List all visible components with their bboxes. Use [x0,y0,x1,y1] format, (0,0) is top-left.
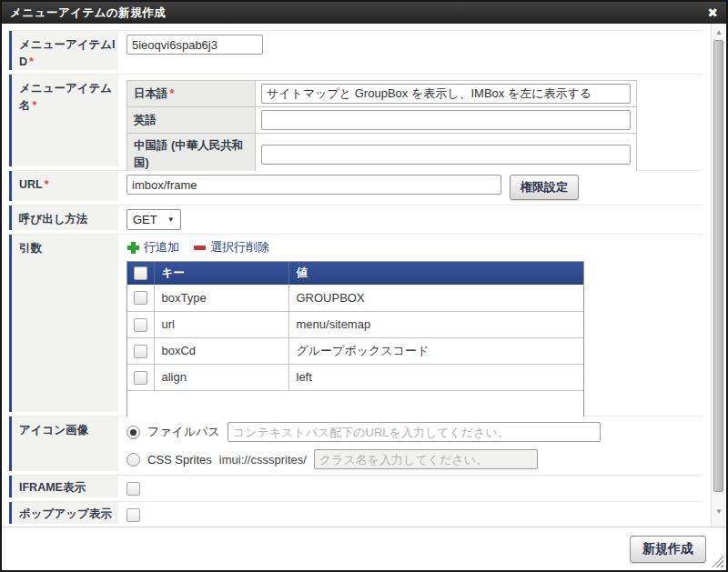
locale-row-chinese: 中国語 (中華人民共和国) [127,134,637,176]
locale-label-text: 中国語 (中華人民共和国) [134,139,243,169]
arguments-label: 引数 [9,235,118,412]
permission-settings-button[interactable]: 権限設定 [510,175,579,200]
css-sprites-radio-label[interactable]: CSS Sprites [147,453,212,467]
key-column-header: キー [154,262,288,285]
arg-value-cell[interactable]: グループボックスコード [288,337,583,364]
field-row-iframe-display: IFRAME表示 [9,475,703,497]
menu-item-id-label: メニューアイテムID* [9,31,118,70]
popup-display-label: ポップアップ表示 [9,502,118,524]
field-row-menu-item-name: メニューアイテム名* 日本語* 英語 中国語 (中華人民共和国) [9,74,703,166]
locale-label-japanese: 日本語* [127,81,256,107]
menu-item-id-input[interactable] [126,35,263,55]
call-method-label: 呼び出し方法 [9,206,118,230]
delete-rows-link[interactable]: 選択行削除 [194,239,269,256]
field-row-popup-display: ポップアップ表示 [9,501,703,524]
resize-grip-icon[interactable] [712,556,723,567]
value-column-header: 値 [288,262,583,285]
arg-key-cell[interactable]: boxType [154,285,288,311]
arg-value-cell[interactable]: GROUPBOX [288,285,583,311]
locale-row-japanese: 日本語* [127,81,637,107]
file-path-radio[interactable] [126,426,140,439]
menu-item-name-label: メニューアイテム名* [9,75,118,166]
scrollbar-thumb[interactable] [713,40,723,492]
required-mark: * [33,99,37,112]
file-path-input[interactable] [228,422,601,442]
field-row-icon-image: アイコン画像 ファイルパス CSS Sprites imui://cssspri… [9,416,703,471]
icon-image-label: アイコン画像 [9,416,118,471]
row-checkbox[interactable] [134,345,147,358]
add-row-icon [127,242,139,254]
close-icon[interactable]: ✖ [707,6,718,19]
locale-label-english: 英語 [127,107,256,134]
name-english-input[interactable] [261,110,631,130]
css-sprites-prefix: imui://csssprites/ [219,453,307,467]
name-chinese-input[interactable] [261,145,631,165]
create-button[interactable]: 新規作成 [630,536,706,563]
arg-value-cell[interactable]: menu/sitemap [288,311,583,337]
scroll-down-icon[interactable]: ▼ [712,507,726,517]
arg-key-cell[interactable]: boxCd [154,337,288,364]
css-sprites-radio[interactable] [126,453,140,467]
delete-rows-icon [194,246,206,250]
required-mark: * [170,87,175,100]
row-checkbox[interactable] [134,371,147,385]
delete-rows-label: 選択行削除 [210,239,269,256]
locale-row-english: 英語 [127,107,637,134]
row-checkbox[interactable] [134,291,147,305]
table-row: boxCd グループボックスコード [127,337,583,364]
table-row: url menu/sitemap [127,311,583,337]
row-checkbox[interactable] [134,318,147,332]
arg-value-cell[interactable]: left [288,364,583,390]
url-input[interactable] [126,175,501,195]
name-japanese-input[interactable] [261,84,631,104]
css-sprites-input[interactable] [314,449,538,469]
popup-display-label-text: ポップアップ表示 [19,507,112,520]
table-row: align left [127,364,583,390]
dialog-footer: 新規作成 [2,527,726,570]
dialog-form-area: メニューアイテムID* メニューアイテム名* 日本語* 英語 [2,24,726,527]
url-label-text: URL [19,178,43,191]
create-menu-item-dialog: メニューアイテムの新規作成 ✖ メニューアイテムID* メニューアイテム名* 日… [0,0,728,572]
field-row-call-method: 呼び出し方法 GET ▼ [9,205,703,230]
method-selected-value: GET [133,213,157,226]
popup-display-checkbox[interactable] [126,508,140,522]
add-row-label: 行追加 [144,239,179,256]
iframe-display-label: IFRAME表示 [9,476,118,497]
dialog-titlebar[interactable]: メニューアイテムの新規作成 ✖ [2,2,726,24]
method-select[interactable]: GET ▼ [126,209,181,230]
arguments-header-row: キー 値 [127,262,583,285]
vertical-scrollbar[interactable]: ▲ ▼ [711,24,726,527]
field-row-menu-item-id: メニューアイテムID* [9,30,703,70]
select-all-checkbox[interactable] [134,266,147,280]
arguments-label-text: 引数 [19,242,42,255]
field-row-url: URL* 権限設定 [9,170,703,201]
locale-name-table: 日本語* 英語 中国語 (中華人民共和国) [126,80,637,176]
locale-label-chinese: 中国語 (中華人民共和国) [127,134,256,176]
arguments-toolbar: 行追加 選択行削除 [127,239,703,256]
required-mark: * [29,55,34,68]
call-method-label-text: 呼び出し方法 [19,213,88,226]
chevron-down-icon: ▼ [167,216,175,224]
locale-label-text: 日本語 [134,87,168,100]
field-row-arguments: 引数 行追加 選択行削除 [9,234,703,412]
iframe-display-label-text: IFRAME表示 [19,481,86,494]
arguments-grid: キー 値 boxType GROUPBOX url menu/sitemap [126,261,584,417]
file-path-radio-label[interactable]: ファイルパス [147,424,220,440]
table-row: boxType GROUPBOX [127,285,583,311]
scroll-up-icon[interactable]: ▲ [712,27,726,38]
locale-label-text: 英語 [134,114,157,126]
iframe-display-checkbox[interactable] [126,482,140,496]
icon-image-label-text: アイコン画像 [19,424,88,437]
arg-key-cell[interactable]: align [154,364,288,390]
required-mark: * [45,178,49,191]
arg-key-cell[interactable]: url [154,311,288,337]
dialog-title: メニューアイテムの新規作成 [10,5,707,21]
url-label: URL* [9,171,118,201]
add-row-link[interactable]: 行追加 [127,239,179,256]
